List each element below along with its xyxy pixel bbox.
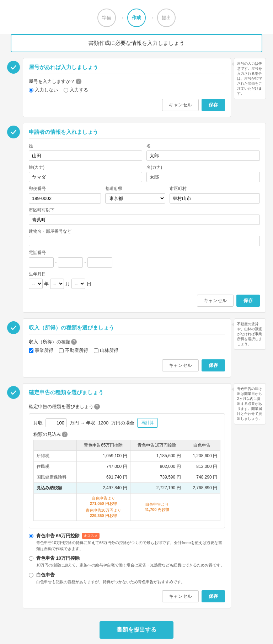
phone-input-2[interactable] <box>58 257 83 268</box>
th-empty <box>34 440 77 451</box>
label-phone: 電話番号 <box>29 250 260 256</box>
row-resident-tax: 住民税 747,000 円 802,000 円 812,000 円 <box>34 461 220 472</box>
step-2: 作成 <box>127 9 146 27</box>
phone-sep-1: - <box>55 260 57 265</box>
help-icon-declaration[interactable]: ? <box>94 404 100 410</box>
radio-yago-no[interactable]: 入力しない <box>29 87 58 93</box>
input-first-kana[interactable] <box>146 172 260 182</box>
label-birthday: 生年月日 <box>29 271 260 277</box>
check-circle-declaration <box>7 386 20 399</box>
stepper: 準備 → 作成 → 提出 <box>0 0 273 34</box>
phone-row: - - <box>29 257 260 268</box>
cancel-btn-income[interactable]: キャンセル <box>162 359 199 371</box>
calc-text1: 万円 → 年収 <box>70 420 95 426</box>
label-white: 白色申告 <box>36 572 185 578</box>
card-yago: 屋号があれば入力しましょう 屋号を入力しますか？ ? 入力しない 入力する キャ… <box>23 58 231 117</box>
title-income: 収入（所得）の種類を選びましょう <box>29 324 225 334</box>
row-income-tax: 所得税 1,059,100 円 1,185,600 円 1,208,600 円 <box>34 451 220 461</box>
select-year[interactable]: -- <box>29 279 43 289</box>
title-yago: 屋号があれば入力しましょう <box>29 64 225 74</box>
recalc-button[interactable]: 再計算 <box>137 418 158 428</box>
input-last-kana[interactable] <box>29 172 142 182</box>
label-blue10: 青色申告 10万円控除 <box>36 555 224 561</box>
select-day[interactable]: -- <box>71 279 85 289</box>
select-month[interactable]: -- <box>50 279 64 289</box>
save-btn-declaration[interactable]: 保存 <box>202 590 225 602</box>
section-yago: 屋号があれば入力しましょう 屋号を入力しますか？ ? 入力しない 入力する キャ… <box>7 58 266 117</box>
cell-income-label: 所得税 <box>34 451 77 461</box>
label-building: 建物名・部屋番号など <box>29 228 260 234</box>
option-blue10: 青色申告 10万円控除 10万円の控除に加えて、家族への給与や自宅で働く場合は家… <box>29 555 225 568</box>
label-first-name: 名 <box>146 143 260 149</box>
cell-income-blue65: 1,059,100 円 <box>76 451 130 461</box>
arrow-2: → <box>149 15 154 21</box>
submit-button[interactable]: 書類を提出する <box>100 621 173 639</box>
col-last-kana: 姓(カナ) <box>29 164 142 182</box>
input-first-name[interactable] <box>146 151 260 161</box>
checkbox-fudosan[interactable]: 不動産所得 <box>59 347 88 354</box>
monthly-income-input[interactable] <box>46 418 67 427</box>
step-1: 準備 <box>97 9 116 27</box>
col-first-name: 名 <box>146 143 260 161</box>
title-declaration: 確定申告の種類を選びましょう <box>29 389 225 399</box>
radio-white[interactable] <box>29 573 33 577</box>
section-income: 収入（所得）の種類を選びましょう 収入（所得）の種類 ? 事業所得 不動産所得 … <box>7 318 266 378</box>
calc-text2: 万円の場合 <box>111 420 134 426</box>
input-last-name[interactable] <box>29 151 142 161</box>
cell-savings-empty <box>34 493 77 521</box>
label-last-kana: 姓(カナ) <box>29 164 142 170</box>
subtitle-yago: 屋号を入力しますか？ ? <box>29 78 225 85</box>
cancel-btn-applicant[interactable]: キャンセル <box>197 295 234 307</box>
tip-arrow-declaration <box>231 387 234 391</box>
step-3: 提出 <box>157 9 176 27</box>
help-icon-yago[interactable]: ? <box>76 79 81 84</box>
tax-calc-box: 月収 万円 → 年収 1200 万円の場合 再計算 税額の見込み ? 青色申告6… <box>29 413 225 528</box>
th-blue65: 青色申告65万円控除 <box>76 440 130 451</box>
radio-blue10[interactable] <box>29 556 33 561</box>
cell-health-blue65: 691,740 円 <box>76 472 130 483</box>
select-prefecture[interactable]: 東京都 <box>105 193 165 204</box>
save-btn-applicant[interactable]: 保存 <box>236 295 260 307</box>
radio-blue65[interactable] <box>29 534 33 538</box>
save-btn-income[interactable]: 保存 <box>202 359 225 371</box>
radio-yago-yes[interactable]: 入力する <box>64 87 88 93</box>
label-last-name: 姓 <box>29 143 142 149</box>
label-city: 市区町村 <box>170 186 260 192</box>
phone-input-3[interactable] <box>87 257 112 268</box>
option-white-content: 白色申告 白色申告も記帳の義務がありますが、特典がつかないため青色申告がおすすめ… <box>36 572 185 585</box>
building-row: 建物名・部屋番号など <box>29 228 260 246</box>
desc-white: 白色申告も記帳の義務がありますが、特典がつかないため青色申告がおすすめです。 <box>36 579 185 585</box>
section-declaration: 確定申告の種類を選びましょう 確定申告の種類を選びましょう ? 月収 万円 → … <box>7 383 266 608</box>
label-prefecture: 都道府県 <box>105 186 165 192</box>
checkbox-sanrin[interactable]: 山林所得 <box>94 347 118 354</box>
row-total: 見込み納税額 2,497,840 円 2,727,190 円 2,768,890… <box>34 483 220 493</box>
cell-total-blue10: 2,727,190 円 <box>130 483 184 493</box>
cell-income-white: 1,208,600 円 <box>184 451 220 461</box>
col-city: 市区町村 <box>170 186 260 204</box>
section-applicant: 申請者の情報を入れましょう 姓 名 姓(カナ) 名(カナ) 郵便番 <box>7 123 266 313</box>
arrow-1: → <box>119 15 124 21</box>
row-savings: 白色申告より271,050 円お得 青色申告10万円より229,350 円お得 … <box>34 493 220 521</box>
input-building[interactable] <box>29 236 260 246</box>
tip-arrow-income <box>231 322 234 327</box>
cancel-btn-yago[interactable]: キャンセル <box>162 99 199 111</box>
input-city[interactable] <box>170 193 260 204</box>
desc-blue10: 10万円の控除に加えて、家族への給与や自宅で働く場合は家賃・光熱費なども経費にで… <box>36 562 224 568</box>
tax-table: 青色申告65万円控除 青色申告10万円控除 白色申告 所得税 1,059,100… <box>33 440 220 521</box>
submit-wrapper: 書類を提出する <box>0 614 273 644</box>
checkbox-income: 事業所得 不動産所得 山林所得 <box>29 347 225 354</box>
option-blue65-content: 青色申告 65万円控除 オススメ 青色申告10万円控除の特典に加えて65万円分の… <box>36 533 225 551</box>
input-address[interactable] <box>29 215 260 225</box>
col-postal: 郵便番号 <box>29 186 101 204</box>
input-postal[interactable] <box>29 193 101 204</box>
name-row: 姓 名 <box>29 143 260 161</box>
declaration-options: 青色申告 65万円控除 オススメ 青色申告10万円控除の特典に加えて65万円分の… <box>29 533 225 585</box>
cancel-btn-declaration[interactable]: キャンセル <box>162 590 199 602</box>
save-btn-yago[interactable]: 保存 <box>202 99 225 111</box>
label-blue65: 青色申告 65万円控除 オススメ <box>36 533 225 539</box>
cell-health-white: 748,290 円 <box>184 472 220 483</box>
help-icon-tax[interactable]: ? <box>62 432 68 437</box>
phone-input-1[interactable] <box>29 257 54 268</box>
checkbox-jigyosho[interactable]: 事業所得 <box>29 347 53 354</box>
help-icon-income[interactable]: ? <box>71 339 77 345</box>
